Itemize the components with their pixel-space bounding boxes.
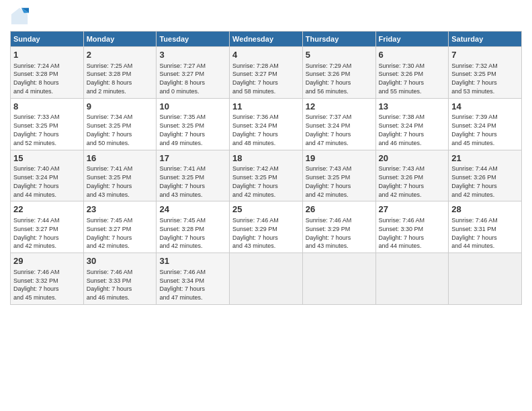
cell-info: Sunrise: 7:37 AMSunset: 3:24 PMDaylight:… — [306, 113, 352, 146]
week-row-1: 1Sunrise: 7:24 AMSunset: 3:28 PMDaylight… — [11, 47, 522, 99]
cell-info: Sunrise: 7:44 AMSunset: 3:27 PMDaylight:… — [13, 217, 60, 249]
calendar-cell: 28Sunrise: 7:46 AMSunset: 3:31 PMDayligh… — [449, 201, 522, 253]
calendar-cell: 4Sunrise: 7:28 AMSunset: 3:27 PMDaylight… — [230, 47, 303, 99]
cell-info: Sunrise: 7:46 AMSunset: 3:29 PMDaylight:… — [232, 217, 279, 249]
day-number: 2 — [87, 49, 154, 61]
cell-info: Sunrise: 7:44 AMSunset: 3:26 PMDaylight:… — [451, 165, 498, 197]
calendar-cell: 30Sunrise: 7:46 AMSunset: 3:33 PMDayligh… — [83, 253, 157, 305]
calendar-cell: 17Sunrise: 7:41 AMSunset: 3:25 PMDayligh… — [157, 150, 230, 201]
day-number: 30 — [87, 255, 154, 267]
day-number: 29 — [13, 255, 81, 267]
cell-info: Sunrise: 7:38 AMSunset: 3:24 PMDaylight:… — [379, 113, 425, 146]
week-row-4: 22Sunrise: 7:44 AMSunset: 3:27 PMDayligh… — [11, 201, 522, 253]
week-row-5: 29Sunrise: 7:46 AMSunset: 3:32 PMDayligh… — [11, 253, 522, 305]
cell-info: Sunrise: 7:43 AMSunset: 3:25 PMDaylight:… — [306, 165, 352, 197]
cell-info: Sunrise: 7:24 AMSunset: 3:28 PMDaylight:… — [13, 62, 60, 95]
calendar-cell: 31Sunrise: 7:46 AMSunset: 3:34 PMDayligh… — [157, 253, 230, 305]
header — [10, 7, 522, 26]
cell-info: Sunrise: 7:27 AMSunset: 3:27 PMDaylight:… — [159, 62, 206, 95]
calendar-cell: 1Sunrise: 7:24 AMSunset: 3:28 PMDaylight… — [11, 47, 84, 99]
calendar-cell: 25Sunrise: 7:46 AMSunset: 3:29 PMDayligh… — [230, 201, 303, 253]
calendar-cell: 11Sunrise: 7:36 AMSunset: 3:24 PMDayligh… — [230, 98, 303, 150]
cell-info: Sunrise: 7:35 AMSunset: 3:25 PMDaylight:… — [159, 113, 206, 146]
day-number: 16 — [87, 152, 154, 165]
cell-info: Sunrise: 7:30 AMSunset: 3:26 PMDaylight:… — [379, 62, 425, 95]
cell-info: Sunrise: 7:46 AMSunset: 3:34 PMDaylight:… — [159, 269, 206, 301]
calendar-cell: 18Sunrise: 7:42 AMSunset: 3:25 PMDayligh… — [230, 150, 303, 201]
day-number: 15 — [13, 152, 81, 165]
day-number: 9 — [87, 101, 154, 113]
col-header-friday: Friday — [375, 32, 449, 47]
day-number: 11 — [232, 101, 300, 113]
calendar-cell: 5Sunrise: 7:29 AMSunset: 3:26 PMDaylight… — [302, 47, 375, 99]
calendar-cell: 3Sunrise: 7:27 AMSunset: 3:27 PMDaylight… — [157, 47, 230, 99]
day-number: 17 — [159, 152, 226, 165]
calendar-cell: 12Sunrise: 7:37 AMSunset: 3:24 PMDayligh… — [302, 98, 375, 150]
logo-icon — [10, 7, 29, 26]
calendar-cell: 8Sunrise: 7:33 AMSunset: 3:25 PMDaylight… — [11, 98, 84, 150]
day-number: 28 — [451, 203, 519, 216]
day-number: 22 — [13, 203, 81, 216]
day-number: 21 — [451, 152, 519, 165]
calendar-cell — [449, 253, 522, 305]
day-number: 18 — [232, 152, 300, 165]
cell-info: Sunrise: 7:46 AMSunset: 3:32 PMDaylight:… — [13, 269, 60, 301]
calendar-cell: 15Sunrise: 7:40 AMSunset: 3:24 PMDayligh… — [11, 150, 84, 201]
calendar-cell: 26Sunrise: 7:46 AMSunset: 3:29 PMDayligh… — [302, 201, 375, 253]
calendar-cell — [375, 253, 449, 305]
cell-info: Sunrise: 7:46 AMSunset: 3:31 PMDaylight:… — [451, 217, 498, 249]
cell-info: Sunrise: 7:42 AMSunset: 3:25 PMDaylight:… — [232, 165, 279, 197]
day-number: 23 — [87, 203, 154, 216]
calendar-cell: 16Sunrise: 7:41 AMSunset: 3:25 PMDayligh… — [83, 150, 157, 201]
calendar-cell: 19Sunrise: 7:43 AMSunset: 3:25 PMDayligh… — [302, 150, 375, 201]
calendar-cell: 27Sunrise: 7:46 AMSunset: 3:30 PMDayligh… — [375, 201, 449, 253]
day-number: 10 — [159, 101, 226, 113]
day-number: 6 — [379, 49, 446, 61]
calendar-cell: 29Sunrise: 7:46 AMSunset: 3:32 PMDayligh… — [11, 253, 84, 305]
cell-info: Sunrise: 7:46 AMSunset: 3:29 PMDaylight:… — [306, 217, 352, 249]
cell-info: Sunrise: 7:45 AMSunset: 3:28 PMDaylight:… — [159, 217, 206, 249]
col-header-wednesday: Wednesday — [230, 32, 303, 47]
col-header-sunday: Sunday — [11, 32, 84, 47]
cell-info: Sunrise: 7:33 AMSunset: 3:25 PMDaylight:… — [13, 113, 60, 146]
calendar-cell — [230, 253, 303, 305]
col-header-saturday: Saturday — [449, 32, 522, 47]
day-number: 4 — [232, 49, 300, 61]
col-header-thursday: Thursday — [302, 32, 375, 47]
day-number: 5 — [306, 49, 373, 61]
day-number: 27 — [379, 203, 446, 216]
cell-info: Sunrise: 7:41 AMSunset: 3:25 PMDaylight:… — [159, 165, 206, 197]
day-number: 24 — [159, 203, 226, 216]
calendar-cell: 9Sunrise: 7:34 AMSunset: 3:25 PMDaylight… — [83, 98, 157, 150]
day-number: 19 — [306, 152, 373, 165]
header-row: SundayMondayTuesdayWednesdayThursdayFrid… — [11, 32, 522, 47]
cell-info: Sunrise: 7:28 AMSunset: 3:27 PMDaylight:… — [232, 62, 279, 95]
calendar-cell: 6Sunrise: 7:30 AMSunset: 3:26 PMDaylight… — [375, 47, 449, 99]
day-number: 1 — [13, 49, 81, 61]
col-header-monday: Monday — [83, 32, 157, 47]
calendar-cell: 2Sunrise: 7:25 AMSunset: 3:28 PMDaylight… — [83, 47, 157, 99]
calendar-cell: 7Sunrise: 7:32 AMSunset: 3:25 PMDaylight… — [449, 47, 522, 99]
day-number: 31 — [159, 255, 226, 267]
calendar-cell: 23Sunrise: 7:45 AMSunset: 3:27 PMDayligh… — [83, 201, 157, 253]
calendar-table: SundayMondayTuesdayWednesdayThursdayFrid… — [10, 31, 522, 305]
calendar-cell: 10Sunrise: 7:35 AMSunset: 3:25 PMDayligh… — [157, 98, 230, 150]
calendar-cell: 22Sunrise: 7:44 AMSunset: 3:27 PMDayligh… — [11, 201, 84, 253]
calendar-cell: 13Sunrise: 7:38 AMSunset: 3:24 PMDayligh… — [375, 98, 449, 150]
cell-info: Sunrise: 7:39 AMSunset: 3:24 PMDaylight:… — [451, 113, 498, 146]
day-number: 8 — [13, 101, 81, 113]
day-number: 25 — [232, 203, 300, 216]
week-row-3: 15Sunrise: 7:40 AMSunset: 3:24 PMDayligh… — [11, 150, 522, 201]
week-row-2: 8Sunrise: 7:33 AMSunset: 3:25 PMDaylight… — [11, 98, 522, 150]
cell-info: Sunrise: 7:40 AMSunset: 3:24 PMDaylight:… — [13, 165, 60, 197]
cell-info: Sunrise: 7:45 AMSunset: 3:27 PMDaylight:… — [87, 217, 133, 249]
page: SundayMondayTuesdayWednesdayThursdayFrid… — [0, 0, 532, 411]
calendar-cell: 20Sunrise: 7:43 AMSunset: 3:26 PMDayligh… — [375, 150, 449, 201]
calendar-cell — [302, 253, 375, 305]
day-number: 7 — [451, 49, 519, 61]
calendar-cell: 24Sunrise: 7:45 AMSunset: 3:28 PMDayligh… — [157, 201, 230, 253]
cell-info: Sunrise: 7:36 AMSunset: 3:24 PMDaylight:… — [232, 113, 279, 146]
calendar-cell: 21Sunrise: 7:44 AMSunset: 3:26 PMDayligh… — [449, 150, 522, 201]
day-number: 14 — [451, 101, 519, 113]
col-header-tuesday: Tuesday — [157, 32, 230, 47]
